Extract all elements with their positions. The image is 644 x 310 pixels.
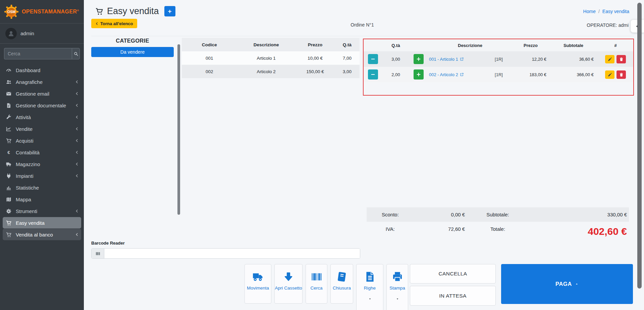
cancel-button[interactable]: CANCELLA bbox=[410, 264, 496, 283]
sidebar-item-attivita[interactable]: Attività bbox=[3, 111, 81, 123]
sidebar-item-acquisti[interactable]: Acquisti bbox=[3, 135, 81, 146]
main-content: Easy vendita + Home / Easy vendita Torna… bbox=[84, 0, 644, 310]
hold-button[interactable]: IN ATTESA bbox=[410, 286, 496, 306]
category-da-vendere-button[interactable]: Da vendere bbox=[91, 47, 174, 57]
page-scrollbar[interactable] bbox=[637, 3, 642, 289]
edit-row-button[interactable] bbox=[605, 55, 614, 63]
increase-qty-button[interactable] bbox=[414, 69, 424, 80]
add-order-button[interactable]: + bbox=[164, 6, 175, 16]
sidebar-search bbox=[0, 44, 84, 62]
barcode-label: Barcode Reader bbox=[91, 241, 125, 246]
sidebar: OpenSTAManager® admin Dashboard Anagrafi… bbox=[0, 0, 84, 310]
decrease-qty-button[interactable] bbox=[368, 69, 378, 80]
barcode-input[interactable] bbox=[104, 249, 360, 258]
total-label: Totale: bbox=[466, 226, 529, 232]
delete-row-button[interactable] bbox=[616, 70, 626, 79]
cart-icon bbox=[5, 220, 12, 226]
column-header: Q.tà bbox=[335, 42, 360, 47]
order-note: [1R] bbox=[485, 72, 512, 77]
breadcrumb-home[interactable]: Home bbox=[583, 9, 596, 14]
barcode-group bbox=[91, 248, 360, 259]
column-header: Descrizione bbox=[237, 42, 296, 47]
apri-cassetto-button[interactable]: Apri Cassetto bbox=[274, 264, 303, 304]
delete-row-button[interactable] bbox=[616, 55, 626, 63]
discount-label: Sconto: bbox=[367, 212, 414, 217]
user-panel[interactable]: admin bbox=[0, 23, 84, 44]
plus-icon bbox=[416, 57, 421, 61]
table-row[interactable]: 001 Articolo 1 10,00 € 7,00 bbox=[182, 51, 360, 65]
registered-mark: ® bbox=[77, 9, 79, 12]
avatar bbox=[5, 28, 17, 39]
caret-down-icon bbox=[396, 298, 399, 300]
sidebar-item-mappa[interactable]: Mappa bbox=[3, 194, 81, 205]
app-logo[interactable]: OpenSTAManager® bbox=[0, 0, 84, 23]
grand-total-value: 402,60 € bbox=[529, 226, 629, 237]
chevron-left-icon bbox=[95, 22, 98, 25]
sidebar-item-gestione-documentale[interactable]: Gestione documentale bbox=[3, 100, 81, 111]
sidebar-item-gestione-email[interactable]: Gestione email bbox=[3, 88, 81, 99]
chevron-left-icon bbox=[75, 115, 78, 119]
chevron-left-icon bbox=[75, 80, 78, 84]
back-to-list-button[interactable]: Torna all'elenco bbox=[91, 19, 137, 28]
sidebar-item-impianti[interactable]: Impianti bbox=[3, 170, 81, 182]
barcode-icon bbox=[311, 271, 323, 282]
article-link[interactable]: 001 - Articolo 1 bbox=[429, 57, 464, 62]
tools-row: Movimenta Apri Cassetto Cerca Chiusura R… bbox=[245, 264, 408, 310]
sidebar-item-strumenti[interactable]: Strumenti bbox=[3, 205, 81, 217]
sidebar-item-dashboard[interactable]: Dashboard bbox=[3, 64, 81, 76]
categories-scrollbar[interactable] bbox=[177, 44, 180, 215]
pay-button[interactable]: PAGA bbox=[501, 264, 633, 304]
pen-icon bbox=[608, 57, 612, 61]
chiusura-button[interactable]: Chiusura bbox=[330, 264, 353, 304]
sidebar-item-magazzino[interactable]: Magazzino bbox=[3, 158, 81, 170]
barcode-prepend bbox=[92, 249, 104, 258]
movimenta-button[interactable]: Movimenta bbox=[245, 264, 271, 304]
categories-panel: CATEGORIE Da vendere bbox=[91, 38, 174, 57]
caret-down-icon bbox=[368, 298, 372, 300]
book-icon bbox=[336, 271, 348, 282]
truck-icon bbox=[252, 271, 264, 282]
document-icon bbox=[5, 103, 12, 108]
sidebar-item-vendite[interactable]: Vendite bbox=[3, 123, 81, 135]
external-link-icon bbox=[460, 57, 464, 61]
sidebar-item-easy-vendita[interactable]: Easy vendita bbox=[3, 217, 81, 228]
sidebar-item-anagrafiche[interactable]: Anagrafiche bbox=[3, 76, 81, 88]
decrease-qty-button[interactable] bbox=[368, 54, 378, 64]
breadcrumb: Home / Easy vendita bbox=[583, 9, 629, 14]
edit-row-button[interactable] bbox=[605, 70, 614, 79]
search-input[interactable] bbox=[4, 48, 72, 59]
column-header: Descrizione bbox=[428, 43, 512, 48]
breadcrumb-current[interactable]: Easy vendita bbox=[602, 9, 629, 14]
column-header: Subtotale bbox=[549, 43, 598, 48]
euro-icon bbox=[5, 150, 12, 155]
order-row: 2,00 002 - Articolo 2 [1R] 183,00 € 366,… bbox=[364, 67, 633, 82]
stampa-dropdown-button[interactable]: Stampa bbox=[386, 264, 408, 310]
order-note: [1R] bbox=[485, 57, 512, 62]
plus-icon bbox=[416, 72, 421, 77]
totals-row: Sconto: 0,00 € Subtotale: 330,00 € bbox=[367, 207, 629, 222]
search-button[interactable] bbox=[72, 48, 80, 59]
subtotal-value: 330,00 € bbox=[529, 212, 629, 217]
cerca-button[interactable]: Cerca bbox=[306, 264, 327, 304]
search-icon bbox=[73, 51, 78, 56]
caret-up-icon bbox=[575, 282, 579, 286]
envelope-icon bbox=[5, 91, 12, 97]
page-header: Easy vendita + bbox=[95, 6, 175, 16]
categories-title: CATEGORIE bbox=[91, 38, 174, 44]
sidebar-item-contabilita[interactable]: Contabilità bbox=[3, 147, 81, 158]
righe-dropdown-button[interactable]: Righe bbox=[356, 264, 383, 310]
external-link-icon bbox=[460, 72, 464, 76]
increase-qty-button[interactable] bbox=[414, 54, 424, 64]
chevron-left-icon bbox=[75, 209, 78, 213]
osm-gear-logo-icon bbox=[4, 4, 19, 19]
table-row[interactable]: 002 Articolo 2 150,00 € 3,00 bbox=[182, 65, 360, 78]
plug-icon bbox=[5, 173, 12, 179]
wrench-icon bbox=[5, 114, 12, 120]
article-link[interactable]: 002 - Articolo 2 bbox=[429, 72, 464, 77]
sidebar-item-statistiche[interactable]: Statistiche bbox=[3, 182, 81, 193]
sidebar-item-vendita-al-banco[interactable]: Vendita al banco bbox=[3, 229, 81, 240]
trash-icon bbox=[619, 57, 624, 61]
order-qty: 2,00 bbox=[382, 72, 409, 77]
map-icon bbox=[5, 197, 12, 202]
user-name: admin bbox=[20, 31, 34, 36]
